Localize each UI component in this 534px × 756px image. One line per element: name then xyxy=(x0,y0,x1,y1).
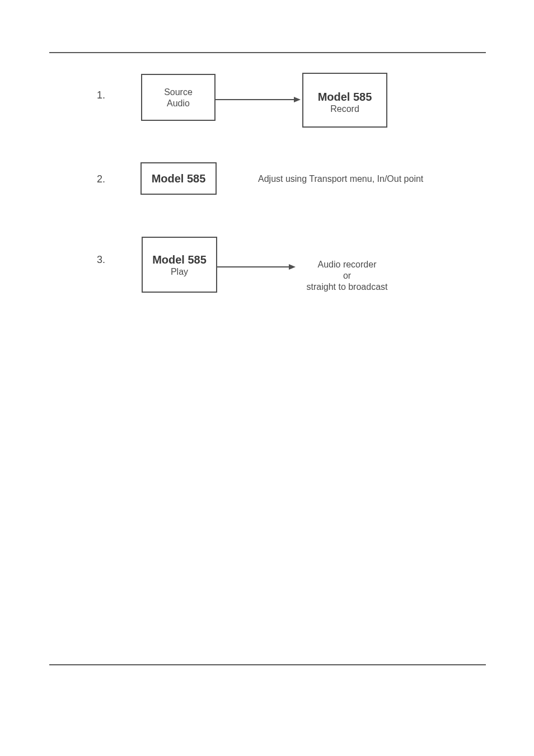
arrow-step1 xyxy=(216,95,302,106)
step1-model-sub: Record xyxy=(330,104,359,114)
svg-marker-3 xyxy=(289,264,296,270)
step1-source-line1: Source xyxy=(164,87,193,97)
step-3-number: 3. xyxy=(97,254,105,266)
arrow-step3 xyxy=(217,262,297,274)
rule-top xyxy=(49,52,486,53)
step1-source-box: Source Audio xyxy=(141,74,216,121)
step3-text: Audio recorder or straight to broadcast xyxy=(297,259,397,293)
step1-model585-box: Model 585 Record xyxy=(302,73,387,128)
step3-model585-box: Model 585 Play xyxy=(142,237,217,293)
rule-bottom xyxy=(49,664,486,665)
step3-model-title: Model 585 xyxy=(152,253,207,266)
step2-model585-box: Model 585 xyxy=(140,162,217,195)
step1-source-line2: Audio xyxy=(167,98,190,109)
step1-model-title: Model 585 xyxy=(318,91,372,103)
step2-model-title: Model 585 xyxy=(152,172,206,185)
step-2-number: 2. xyxy=(97,173,105,185)
step2-text: Adjust using Transport menu, In/Out poin… xyxy=(258,173,437,185)
step-1-number: 1. xyxy=(97,90,105,101)
step3-model-sub: Play xyxy=(171,267,188,277)
svg-marker-1 xyxy=(294,97,301,102)
page: 1. Source Audio Model 585 Record 2. Mode… xyxy=(0,0,534,756)
